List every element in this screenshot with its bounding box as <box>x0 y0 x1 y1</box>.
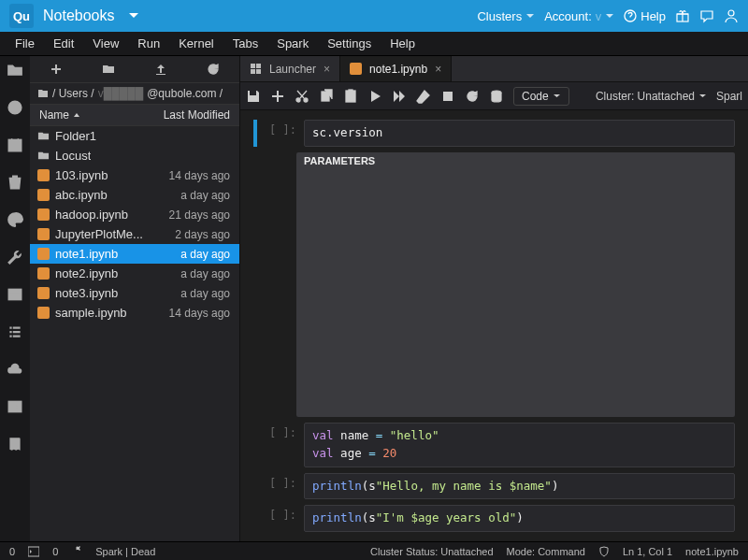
svg-rect-6 <box>8 401 22 411</box>
add-icon[interactable] <box>270 89 285 104</box>
svg-rect-18 <box>28 547 39 556</box>
code-input[interactable]: println(s"Hello, my name is $name") <box>304 473 735 500</box>
tab[interactable]: note1.ipynb× <box>340 56 452 81</box>
paste-icon[interactable] <box>343 89 358 104</box>
tab[interactable]: Launcher× <box>240 56 340 81</box>
feedback-icon[interactable] <box>699 8 714 23</box>
window-icon[interactable] <box>7 286 23 303</box>
book-icon[interactable] <box>7 436 23 452</box>
file-row[interactable]: note2.ipynba day ago <box>30 264 239 283</box>
svg-rect-5 <box>8 289 22 299</box>
menu-help[interactable]: Help <box>381 33 424 54</box>
svg-rect-7 <box>251 64 255 68</box>
copy-icon[interactable] <box>319 89 334 104</box>
account-dropdown[interactable]: Account: v <box>544 9 614 23</box>
eraser-icon[interactable] <box>416 89 431 104</box>
shield-icon <box>598 546 610 557</box>
restart-icon[interactable] <box>465 89 480 104</box>
save-icon[interactable] <box>246 89 261 104</box>
svg-point-2 <box>728 10 734 16</box>
refresh-icon[interactable] <box>207 63 220 76</box>
code-input[interactable]: println(s"I'm $age years old") <box>304 505 735 532</box>
file-row[interactable]: note3.ipynba day ago <box>30 283 239 303</box>
logo: Qu <box>9 4 34 28</box>
gift-icon[interactable] <box>675 8 690 23</box>
file-name: note1.ipynb <box>685 546 739 557</box>
file-row[interactable]: JupyterPlotMe...2 days ago <box>30 224 239 244</box>
menu-edit[interactable]: Edit <box>44 33 83 54</box>
activity-bar <box>0 56 30 541</box>
gear-icon[interactable] <box>71 546 82 557</box>
clusters-dropdown[interactable]: Clusters <box>477 9 535 23</box>
svg-rect-9 <box>251 69 255 74</box>
mode-status: Mode: Command <box>507 546 585 557</box>
cluster-select[interactable]: Cluster: Unattached <box>596 90 707 103</box>
cell-type-select[interactable]: Code <box>513 87 569 106</box>
calendar-icon[interactable] <box>7 136 23 153</box>
sort-modified[interactable]: Last Modified <box>164 108 230 122</box>
kernel-label[interactable]: Sparl <box>716 90 742 103</box>
new-folder-icon[interactable] <box>102 63 115 76</box>
table-icon[interactable] <box>7 398 23 415</box>
menu-tabs[interactable]: Tabs <box>223 33 267 54</box>
menu-bar: FileEditViewRunKernelTabsSparkSettingsHe… <box>0 32 748 56</box>
wrench-icon[interactable] <box>7 249 23 266</box>
status-bar: 0 0 Spark | Dead Cluster Status: Unattac… <box>0 541 748 560</box>
file-row[interactable]: Folder1 <box>30 126 239 146</box>
file-row[interactable]: hadoop.ipynb21 days ago <box>30 205 239 224</box>
fast-forward-icon[interactable] <box>392 89 407 104</box>
user-icon[interactable] <box>724 8 739 23</box>
code-input[interactable]: sc.version <box>304 120 735 147</box>
cloud-icon[interactable] <box>7 361 23 378</box>
notebook-body: [ ]:sc.versionPARAMETERS[ ]:val name = "… <box>240 110 748 541</box>
palette-icon[interactable] <box>7 211 23 228</box>
cursor-pos: Ln 1, Col 1 <box>623 546 672 557</box>
prompt: [ ]: <box>265 505 296 522</box>
file-browser: / Users /v█████@qubole.com / Name Last M… <box>30 56 240 541</box>
terminal-icon[interactable] <box>28 546 39 557</box>
menu-run[interactable]: Run <box>128 33 169 54</box>
code-cell[interactable]: [ ]:val name = "hello" val age = 20 <box>253 423 735 467</box>
file-row[interactable]: note1.ipynba day ago <box>30 244 239 264</box>
menu-view[interactable]: View <box>83 33 128 54</box>
svg-point-3 <box>8 101 22 114</box>
database-icon[interactable] <box>489 89 504 104</box>
svg-rect-15 <box>349 90 352 93</box>
circle-icon[interactable] <box>7 99 23 116</box>
cut-icon[interactable] <box>295 89 309 104</box>
close-icon[interactable]: × <box>324 63 330 76</box>
menu-settings[interactable]: Settings <box>318 33 381 54</box>
upload-icon[interactable] <box>154 63 167 76</box>
menu-spark[interactable]: Spark <box>267 33 318 54</box>
help-link[interactable]: Help <box>624 9 666 23</box>
svg-point-19 <box>75 550 79 553</box>
file-row[interactable]: Locust <box>30 146 239 165</box>
status-count2: 0 <box>52 546 58 557</box>
breadcrumb[interactable]: / Users /v█████@qubole.com / <box>30 82 239 105</box>
svg-point-12 <box>304 98 308 102</box>
file-row[interactable]: sample.ipynb14 days ago <box>30 303 239 323</box>
status-count: 0 <box>9 546 15 557</box>
sort-name[interactable]: Name <box>39 108 80 122</box>
new-icon[interactable] <box>50 63 63 76</box>
file-row[interactable]: 103.ipynb14 days ago <box>30 165 239 185</box>
menu-kernel[interactable]: Kernel <box>169 33 223 54</box>
tab-bar: Launcher×note1.ipynb× <box>240 56 748 82</box>
params-header: PARAMETERS <box>296 152 735 417</box>
cluster-status: Cluster Status: Unattached <box>370 546 493 557</box>
menu-file[interactable]: File <box>6 33 44 54</box>
code-cell[interactable]: [ ]:println(s"I'm $age years old") <box>253 505 735 532</box>
stop-icon[interactable] <box>440 89 455 104</box>
close-icon[interactable]: × <box>435 63 441 76</box>
run-icon[interactable] <box>367 89 382 104</box>
folder-icon[interactable] <box>7 62 23 79</box>
file-row[interactable]: abc.ipynba day ago <box>30 185 239 205</box>
app-title: Notebooks <box>43 7 115 24</box>
code-cell[interactable]: [ ]:sc.version <box>253 120 735 147</box>
list-icon[interactable] <box>7 323 23 340</box>
trash-icon[interactable] <box>7 174 23 191</box>
code-input[interactable]: val name = "hello" val age = 20 <box>304 423 735 467</box>
code-cell[interactable]: [ ]:println(s"Hello, my name is $name") <box>253 473 735 500</box>
prompt: [ ]: <box>265 120 296 136</box>
chevron-down-icon[interactable] <box>128 10 139 22</box>
